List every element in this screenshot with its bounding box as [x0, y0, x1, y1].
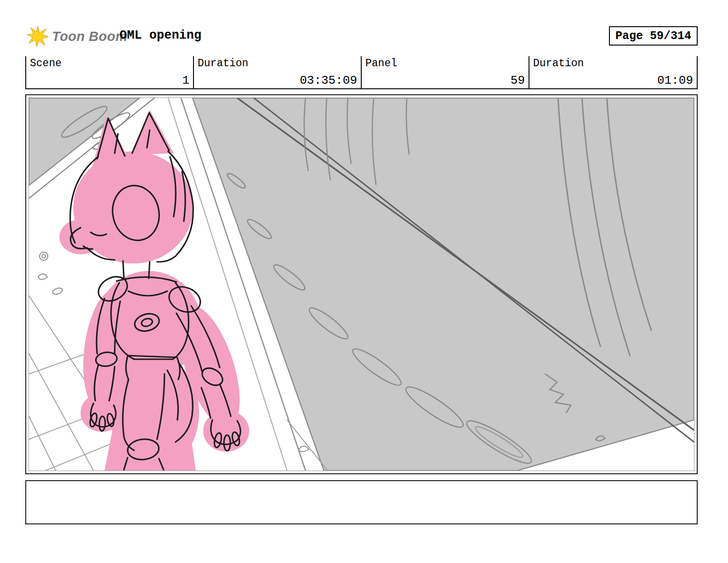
project-title: OML opening: [119, 29, 201, 42]
info-cell-panel: Panel 59: [361, 56, 529, 88]
panel-info-table: Scene 1 Duration 03:35:09 Panel 59 Durat…: [25, 56, 698, 89]
scene-label: Scene: [26, 56, 193, 69]
panel-label: Panel: [362, 56, 529, 69]
storyboard-panel-image: [28, 98, 694, 471]
page-value: 59/314: [650, 29, 691, 43]
info-cell-panel-duration: Duration 01:09: [529, 56, 697, 88]
page-label: Page: [615, 29, 643, 43]
toonboom-logo: Toon Boom: [27, 26, 128, 47]
storyboard-panel-frame: [25, 94, 698, 474]
scene-value: 1: [182, 74, 189, 87]
panel-duration-label: Duration: [529, 56, 697, 69]
info-cell-scene: Scene 1: [26, 56, 193, 88]
panel-duration-value: 01:09: [657, 74, 693, 87]
storyboard-drawing: [29, 98, 694, 471]
storyboard-page: Toon Boom OML opening Page 59/314 Scene …: [0, 0, 728, 563]
page-number-box: Page 59/314: [609, 26, 698, 46]
caption-box: [25, 480, 698, 524]
scene-duration-label: Duration: [194, 56, 361, 69]
panel-value: 59: [511, 74, 525, 87]
info-cell-scene-duration: Duration 03:35:09: [193, 56, 361, 88]
scene-duration-value: 03:35:09: [300, 74, 357, 87]
toonboom-star-icon: [27, 26, 49, 47]
toonboom-logo-text: Toon Boom: [52, 29, 128, 44]
